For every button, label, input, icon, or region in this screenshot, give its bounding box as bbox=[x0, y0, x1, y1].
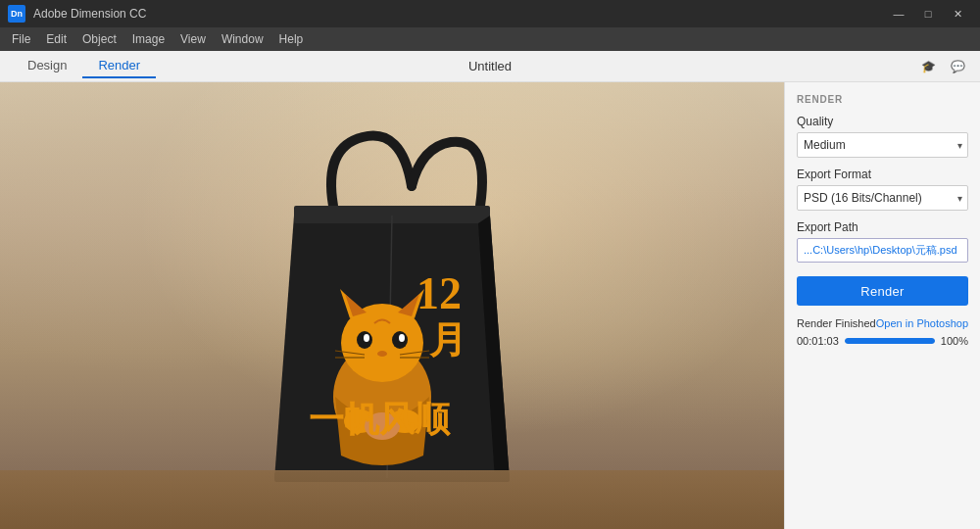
export-path-value[interactable]: ...C:\Users\hp\Desktop\元稿.psd bbox=[797, 238, 968, 263]
svg-text:月: 月 bbox=[429, 319, 466, 361]
svg-text:一帆风顺: 一帆风顺 bbox=[309, 400, 451, 439]
menu-bar: File Edit Object Image View Window Help bbox=[0, 27, 980, 51]
maximize-button[interactable]: □ bbox=[913, 0, 943, 27]
tab-design[interactable]: Design bbox=[12, 54, 82, 78]
close-button[interactable]: ✕ bbox=[943, 0, 972, 27]
app-title: Adobe Dimension CC bbox=[33, 7, 146, 21]
right-panel: RENDER Quality Low Medium High Export Fo… bbox=[784, 82, 980, 529]
timer-value: 00:01:03 bbox=[797, 335, 839, 347]
menu-image[interactable]: Image bbox=[124, 30, 172, 48]
minimize-button[interactable]: — bbox=[884, 0, 913, 27]
render-button[interactable]: Render bbox=[797, 276, 968, 306]
table-surface bbox=[0, 470, 784, 529]
svg-point-13 bbox=[377, 351, 387, 357]
open-photoshop-link[interactable]: Open in Photoshop bbox=[876, 317, 968, 329]
tab-render[interactable]: Render bbox=[82, 54, 156, 78]
svg-text:12: 12 bbox=[416, 268, 462, 318]
menu-object[interactable]: Object bbox=[74, 30, 124, 48]
quality-label: Quality bbox=[797, 115, 968, 128]
progress-percent-label: 100% bbox=[941, 335, 968, 347]
graduate-icon[interactable]: 🎓 bbox=[917, 56, 939, 77]
quality-select[interactable]: Low Medium High bbox=[797, 132, 968, 158]
shopping-bag: 12 月 一帆风顺 bbox=[235, 118, 549, 509]
app-logo: Dn bbox=[8, 5, 25, 23]
export-format-select[interactable]: PNG JPG PSD (16 Bits/Channel) bbox=[797, 185, 968, 211]
svg-point-12 bbox=[399, 334, 405, 342]
render-finished-label: Render Finished bbox=[797, 317, 876, 329]
menu-file[interactable]: File bbox=[4, 30, 38, 48]
title-bar-left: Dn Adobe Dimension CC bbox=[8, 5, 146, 23]
doc-title: Untitled bbox=[468, 59, 512, 73]
tabs-bar: Design Render Untitled 🎓 💬 bbox=[0, 51, 980, 82]
quality-select-wrapper[interactable]: Low Medium High bbox=[797, 132, 968, 158]
main-content: 12 月 一帆风顺 RENDER Quality Low Medium High… bbox=[0, 82, 980, 529]
window-controls: — □ ✕ bbox=[884, 0, 972, 27]
svg-point-11 bbox=[364, 334, 369, 342]
tabs-left: Design Render bbox=[12, 54, 156, 78]
render-section-title: RENDER bbox=[797, 94, 968, 105]
progress-fill bbox=[845, 338, 935, 344]
title-bar: Dn Adobe Dimension CC — □ ✕ bbox=[0, 0, 980, 27]
menu-view[interactable]: View bbox=[172, 30, 214, 48]
export-path-label: Export Path bbox=[797, 220, 968, 234]
tabs-right: 🎓 💬 bbox=[917, 56, 968, 77]
canvas-area: 12 月 一帆风顺 bbox=[0, 82, 784, 529]
menu-window[interactable]: Window bbox=[214, 30, 271, 48]
export-format-select-wrapper[interactable]: PNG JPG PSD (16 Bits/Channel) bbox=[797, 185, 968, 211]
render-finished-row: Render Finished Open in Photoshop bbox=[797, 317, 968, 329]
progress-track bbox=[845, 338, 935, 344]
menu-help[interactable]: Help bbox=[271, 30, 312, 48]
chat-icon[interactable]: 💬 bbox=[947, 56, 968, 77]
menu-edit[interactable]: Edit bbox=[38, 30, 74, 48]
export-format-label: Export Format bbox=[797, 168, 968, 181]
timer-row: 00:01:03 100% bbox=[797, 335, 968, 347]
